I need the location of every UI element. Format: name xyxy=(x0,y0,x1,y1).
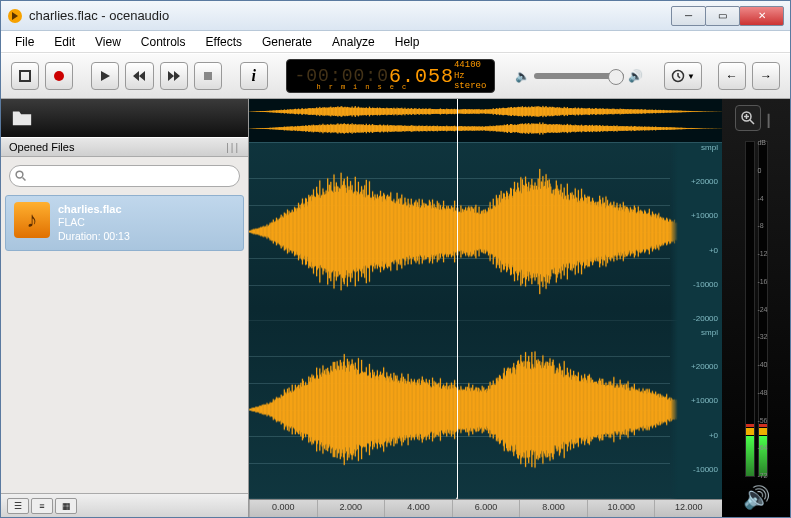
editor-main: smpl+20000+10000+0-10000-20000smpl+20000… xyxy=(249,99,790,517)
pause-stop-button[interactable] xyxy=(194,62,222,90)
svg-rect-3 xyxy=(204,72,212,80)
menu-generate[interactable]: Generate xyxy=(252,33,322,51)
time-display: -00:00:0 6.058 hrminsec 44100 Hz stereo xyxy=(286,59,496,93)
audio-file-icon: ♪ xyxy=(14,202,50,238)
menu-effects[interactable]: Effects xyxy=(196,33,252,51)
file-duration: Duration: 00:13 xyxy=(58,230,130,244)
meter-left xyxy=(745,141,755,477)
channel-right[interactable] xyxy=(249,321,722,499)
view-list-button[interactable]: ≡ xyxy=(31,498,53,514)
volume-slider[interactable] xyxy=(534,73,624,79)
waveform-pane[interactable]: smpl+20000+10000+0-10000-20000smpl+20000… xyxy=(249,99,722,517)
search-input[interactable] xyxy=(9,165,240,187)
toolbar: i -00:00:0 6.058 hrminsec 44100 Hz stere… xyxy=(1,53,790,99)
drag-handle-icon[interactable]: ||| xyxy=(226,142,240,153)
db-scale: dB0-4-8-12-16-24-32-40-48-56-64-72 xyxy=(757,137,767,481)
amp-tick: -10000 xyxy=(693,280,718,289)
channels[interactable] xyxy=(249,143,722,499)
time-tick: 0.000 xyxy=(249,500,317,517)
titlebar[interactable]: charlies.flac - ocenaudio ─ ▭ ✕ xyxy=(1,1,790,31)
amp-tick: -20000 xyxy=(693,314,718,323)
opened-files-label: Opened Files ||| xyxy=(1,137,248,157)
menu-file[interactable]: File xyxy=(5,33,44,51)
amp-tick: -10000 xyxy=(693,465,718,474)
output-speaker-icon[interactable]: 🔊 xyxy=(743,485,770,511)
lcd-meta: 44100 Hz stereo xyxy=(454,60,486,92)
meter-panel: ┃ dB0-4-8-12-16-24-32-40-48-56-64-72 🔊 xyxy=(722,99,790,517)
speaker-low-icon: 🔈 xyxy=(515,69,530,83)
file-item[interactable]: ♪ charlies.flac FLAC Duration: 00:13 xyxy=(5,195,244,251)
time-tick: 12.000 xyxy=(654,500,722,517)
view-grid-button[interactable]: ▦ xyxy=(55,498,77,514)
search-icon xyxy=(15,170,27,182)
app-icon xyxy=(7,8,23,24)
amp-tick: +0 xyxy=(709,431,718,440)
forward-button[interactable] xyxy=(160,62,188,90)
sidebar-viewbar: ☰ ≡ ▦ xyxy=(1,493,248,517)
app-window: charlies.flac - ocenaudio ─ ▭ ✕ File Edi… xyxy=(0,0,791,518)
magnifier-plus-icon xyxy=(740,110,756,126)
playhead[interactable] xyxy=(457,99,458,499)
play-button[interactable] xyxy=(91,62,119,90)
amp-tick: +10000 xyxy=(691,396,718,405)
maximize-button[interactable]: ▭ xyxy=(705,6,740,26)
speaker-high-icon: 🔊 xyxy=(628,69,643,83)
amp-tick: smpl xyxy=(701,143,718,152)
file-name: charlies.flac xyxy=(58,202,130,216)
time-tick: 10.000 xyxy=(587,500,655,517)
window-title: charlies.flac - ocenaudio xyxy=(29,8,169,23)
minimize-button[interactable]: ─ xyxy=(671,6,706,26)
amp-tick: +10000 xyxy=(691,211,718,220)
menu-help[interactable]: Help xyxy=(385,33,430,51)
record-button[interactable] xyxy=(45,62,73,90)
sidebar-header[interactable] xyxy=(1,99,248,137)
amp-tick: +0 xyxy=(709,246,718,255)
amp-tick: smpl xyxy=(701,328,718,337)
close-button[interactable]: ✕ xyxy=(739,6,784,26)
menu-analyze[interactable]: Analyze xyxy=(322,33,385,51)
view-detail-button[interactable]: ☰ xyxy=(7,498,29,514)
rewind-button[interactable] xyxy=(125,62,153,90)
menu-edit[interactable]: Edit xyxy=(44,33,85,51)
nav-forward-button[interactable]: → xyxy=(752,62,780,90)
time-tick: 6.000 xyxy=(452,500,520,517)
volume-control[interactable]: 🔈 🔊 xyxy=(515,69,643,83)
menubar: File Edit View Controls Effects Generate… xyxy=(1,31,790,53)
nav-back-button[interactable]: ← xyxy=(718,62,746,90)
menu-controls[interactable]: Controls xyxy=(131,33,196,51)
level-meters: dB0-4-8-12-16-24-32-40-48-56-64-72 xyxy=(743,137,770,481)
time-tick: 4.000 xyxy=(384,500,452,517)
time-tick: 2.000 xyxy=(317,500,385,517)
info-button[interactable]: i xyxy=(240,62,268,90)
svg-point-5 xyxy=(16,171,23,178)
zoom-button[interactable] xyxy=(735,105,761,131)
stop-button[interactable] xyxy=(11,62,39,90)
folder-icon xyxy=(11,107,33,129)
content-area: Opened Files ||| ♪ charlies.flac FLAC Du… xyxy=(1,99,790,517)
time-ruler[interactable]: 0.0002.0004.0006.0008.00010.00012.000 xyxy=(249,499,722,517)
svg-rect-1 xyxy=(20,71,30,81)
file-format: FLAC xyxy=(58,216,130,230)
history-button[interactable]: ▼ xyxy=(664,62,702,90)
sidebar: Opened Files ||| ♪ charlies.flac FLAC Du… xyxy=(1,99,249,517)
search-box xyxy=(1,157,248,195)
channel-left[interactable] xyxy=(249,143,722,321)
amp-tick: +20000 xyxy=(691,362,718,371)
overview-waveform[interactable] xyxy=(249,99,722,143)
svg-point-2 xyxy=(54,71,64,81)
menu-view[interactable]: View xyxy=(85,33,131,51)
amplitude-ruler: smpl+20000+10000+0-10000-20000smpl+20000… xyxy=(670,143,722,499)
clock-icon xyxy=(671,69,685,83)
file-list: ♪ charlies.flac FLAC Duration: 00:13 xyxy=(1,195,248,493)
amp-tick: +20000 xyxy=(691,177,718,186)
time-tick: 8.000 xyxy=(519,500,587,517)
slider-icon[interactable]: ┃ xyxy=(765,105,777,137)
